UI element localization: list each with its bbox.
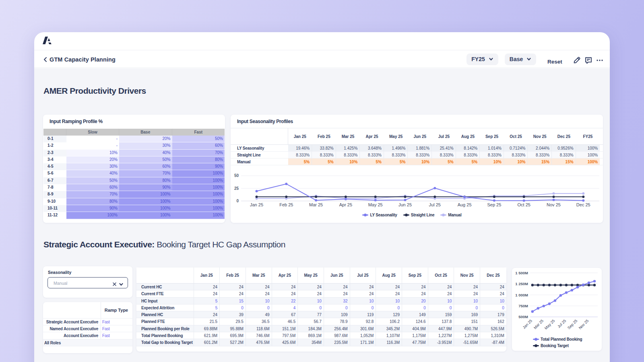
svg-text:1 000M: 1 000M [515,293,528,297]
svg-text:500M: 500M [518,315,528,319]
svg-text:Jul 25: Jul 25 [557,319,567,329]
svg-text:1 500M: 1 500M [515,271,528,275]
svg-text:Jan 25: Jan 25 [250,202,263,207]
svg-text:Feb 25: Feb 25 [279,202,293,207]
svg-text:Oct 25: Oct 25 [517,202,530,207]
svg-text:50: 50 [234,173,239,178]
svg-text:Jul 25: Jul 25 [429,202,441,207]
svg-text:0: 0 [236,199,239,203]
svg-text:Apr 25: Apr 25 [339,202,352,207]
svg-text:May 25: May 25 [368,202,383,207]
svg-text:Nov 25: Nov 25 [578,319,589,330]
svg-text:Dec 25: Dec 25 [576,202,590,207]
svg-text:Mar 25: Mar 25 [533,319,545,330]
svg-text:25: 25 [234,186,239,191]
svg-text:Aug 25: Aug 25 [458,202,472,207]
svg-text:May 25: May 25 [544,319,556,331]
svg-text:Nov 25: Nov 25 [547,202,561,207]
svg-text:1 250M: 1 250M [515,282,528,286]
svg-text:Mar 25: Mar 25 [309,202,323,207]
svg-text:750M: 750M [518,304,528,308]
svg-text:Jun 25: Jun 25 [398,202,412,207]
svg-text:Sep 25: Sep 25 [566,319,578,330]
svg-text:Sep 25: Sep 25 [487,202,501,207]
svg-text:Jan 25: Jan 25 [522,319,533,330]
